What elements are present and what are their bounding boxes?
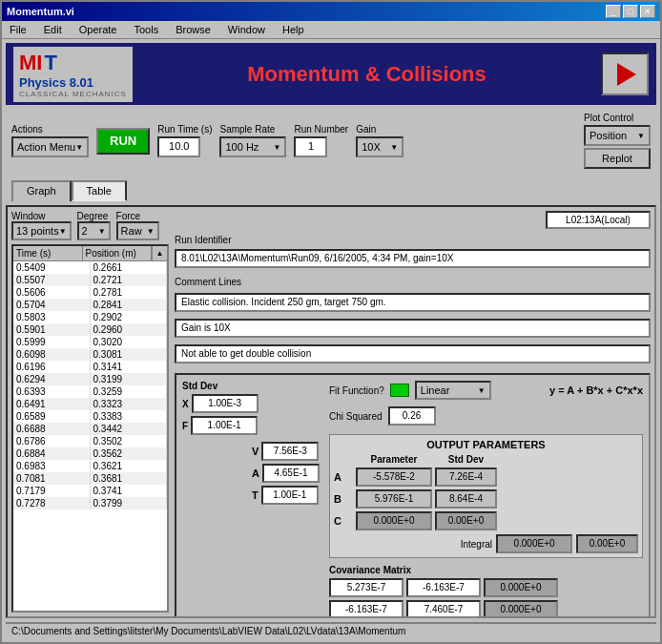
cov-cell-1-0: -6.163E-7 [329,600,403,618]
covariance-label: Covariance Matrix [329,565,643,575]
fit-section: Std Dev X 1.00E-3 F 1.00E-1 [175,373,651,618]
run-number-label: Run Number [294,124,348,135]
window-dropdown[interactable]: 13 points ▼ [11,221,72,240]
cell-position: 0.2902 [91,311,168,323]
menu-window[interactable]: Window [224,23,269,36]
cell-time: 0.6983 [13,460,91,472]
cell-position: 0.3799 [91,497,168,509]
cell-time: 0.6196 [13,361,91,373]
fit-function-label: Fit Function? [329,385,384,396]
degree-dropdown[interactable]: 2 ▼ [77,221,111,240]
logo-mit: MI [19,51,42,75]
plot-control-arrow-icon: ▼ [637,132,645,140]
comment-2[interactable]: Gain is 10X [175,319,651,338]
run-button[interactable]: RUN [96,128,150,155]
table-row: 0.65890.3383 [13,410,167,423]
cell-position: 0.3442 [91,423,168,435]
status-path: C:\Documents and Settings\litster\My Doc… [11,626,405,636]
menu-file[interactable]: File [6,23,31,36]
integral-value: 0.000E+0 [496,534,572,553]
v-std-value: 7.56E-3 [261,442,319,461]
run-time-label: Run Time (s) [157,124,212,135]
linear-dropdown[interactable]: Linear ▼ [415,381,491,400]
cov-cell-1-2: 0.000E+0 [484,600,558,618]
comment-3[interactable]: Not able to get double collision [175,344,651,364]
logo-subtitle: CLASSICAL MECHANICS [19,90,127,98]
b-output-label: B [334,493,353,505]
run-number-input[interactable]: 1 [294,136,327,157]
right-panel: L02:13A(Local) Run Identifier 8.01\L02\1… [175,211,651,613]
plot-control-dropdown[interactable]: Position ▼ [584,125,651,146]
title-bar-controls: _ □ ✕ [606,5,655,18]
comment-1[interactable]: Elastic collision. Incident 250 gm, targ… [175,293,651,312]
param-header: Parameter [356,454,432,465]
table-row: 0.64910.3323 [13,398,167,410]
table-row: 0.62940.3199 [13,373,167,385]
c-output-label: C [334,515,353,527]
cell-position: 0.3502 [91,435,168,447]
degree-label: Degree [77,211,111,221]
table-row: 0.72780.3799 [13,497,167,509]
force-label: Force [116,211,159,221]
replot-button[interactable]: Replot [584,148,651,169]
cell-time: 0.5507 [13,274,91,286]
close-button[interactable]: ✕ [640,5,655,18]
run-id-row: Run Identifier [175,235,651,245]
cov-cell-0-2: 0.000E+0 [484,578,558,597]
video-icon[interactable] [601,52,649,95]
green-indicator [390,384,409,397]
c-std-output: 0.00E+0 [435,511,497,530]
data-table: Time (s) Position (m) ▲ 0.54090.26610.55… [11,244,169,613]
cell-position: 0.3141 [91,361,168,373]
run-id-local: L02:13A(Local) [546,211,651,229]
table-row: 0.71790.3741 [13,485,167,497]
minimize-button[interactable]: _ [606,5,621,18]
logo-t: T [44,51,56,75]
gain-dropdown[interactable]: 10X ▼ [356,136,403,157]
run-time-group: Run Time (s) 10.0 [157,124,212,157]
cell-time: 0.5409 [13,261,91,274]
table-row: 0.70810.3681 [13,472,167,485]
sample-rate-arrow-icon: ▼ [274,143,281,152]
t-letter: T [252,489,259,501]
menu-browse[interactable]: Browse [172,23,215,36]
integral-std: 0.00E+0 [576,534,638,553]
logo-area: MI T Physics 8.01 CLASSICAL MECHANICS [13,47,133,102]
menu-edit[interactable]: Edit [40,23,66,36]
run-time-input[interactable]: 10.0 [157,136,200,157]
action-menu-dropdown[interactable]: Action Menu ▼ [11,136,89,157]
menu-bar: File Edit Operate Tools Browse Window He… [2,21,660,39]
main-title: Momentum & Collisions [133,62,601,87]
t-std-value: 1.00E-1 [261,486,319,505]
std-dev-label: Std Dev [182,381,320,391]
cell-position: 0.3681 [91,472,168,485]
table-row: 0.57040.2841 [13,299,167,311]
cell-position: 0.3081 [91,348,168,361]
gain-group: Gain 10X ▼ [356,124,403,157]
menu-tools[interactable]: Tools [130,23,162,36]
cell-time: 0.5803 [13,311,91,323]
menu-help[interactable]: Help [279,23,308,36]
tab-graph[interactable]: Graph [11,180,72,201]
force-dropdown[interactable]: Raw ▼ [116,221,159,240]
run-id-label: Run Identifier [175,235,231,245]
plot-control-group: Plot Control Position ▼ Replot [584,113,651,169]
cell-position: 0.2661 [91,261,168,274]
cell-time: 0.5999 [13,336,91,348]
cell-time: 0.5606 [13,286,91,299]
force-filter-group: Force Raw ▼ [116,211,159,240]
table-row: 0.59990.3020 [13,336,167,348]
std-dev-header: Std Dev [435,454,497,465]
tab-table[interactable]: Table [72,180,127,201]
scroll-up-button[interactable]: ▲ [152,246,167,260]
table-row: 0.54090.2661 [13,261,167,274]
window-label: Window [11,211,72,221]
sample-rate-label: Sample Rate [219,124,275,135]
integral-label: Integral [461,539,492,550]
cell-time: 0.7278 [13,497,91,509]
menu-operate[interactable]: Operate [75,23,121,36]
sample-rate-group: Sample Rate 100 Hz ▼ [219,124,286,157]
cov-cell-0-1: -6.163E-7 [406,578,481,597]
maximize-button[interactable]: □ [623,5,638,18]
sample-rate-dropdown[interactable]: 100 Hz ▼ [219,136,286,157]
